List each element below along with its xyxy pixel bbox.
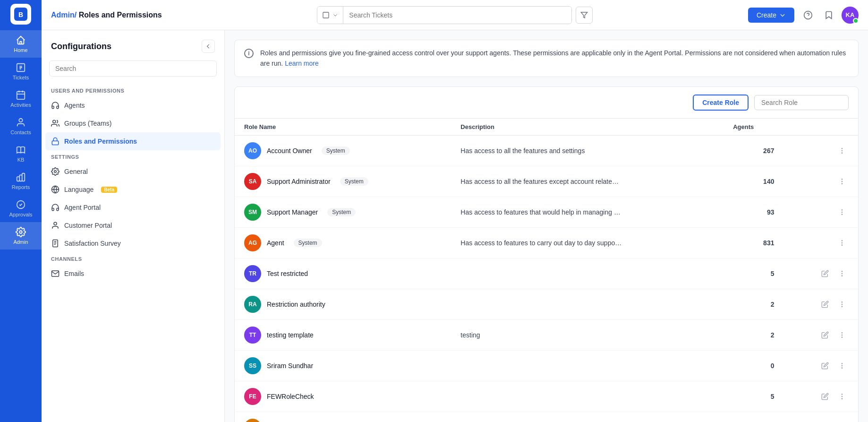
table-row: SA Support Administrator System Has acce… bbox=[235, 166, 858, 197]
svg-text:B: B bbox=[18, 11, 23, 18]
breadcrumb-admin[interactable]: Admin/ bbox=[51, 11, 77, 19]
groups-icon bbox=[51, 119, 60, 128]
svg-point-30 bbox=[842, 301, 842, 302]
col-header-agents: Agents bbox=[723, 119, 783, 136]
role-description bbox=[451, 381, 723, 412]
svg-point-34 bbox=[842, 335, 842, 335]
search-role-input[interactable] bbox=[754, 95, 849, 110]
svg-point-33 bbox=[842, 332, 842, 333]
search-type-selector[interactable] bbox=[317, 7, 343, 24]
role-agents-count: 0 bbox=[723, 350, 783, 381]
table-row: AO Account Owner System Has access to al… bbox=[235, 135, 858, 166]
app-logo[interactable]: B bbox=[10, 4, 31, 25]
more-menu-icon[interactable] bbox=[835, 359, 849, 372]
section-users-permissions: USERS AND PERMISSIONS bbox=[42, 84, 224, 96]
more-menu-icon[interactable] bbox=[835, 175, 849, 188]
table-row: FE FEWRoleCheck 5 bbox=[235, 381, 858, 412]
role-name-cell: TT testing template bbox=[244, 327, 442, 344]
collapse-button[interactable] bbox=[202, 40, 215, 53]
sidebar-label-groups: Groups (Teams) bbox=[64, 120, 111, 127]
svg-point-39 bbox=[842, 394, 842, 394]
svg-point-31 bbox=[842, 304, 842, 304]
table-row: SS Sriram Sundhar 0 bbox=[235, 350, 858, 381]
nav-item-kb[interactable]: KB bbox=[0, 140, 42, 167]
edit-icon[interactable] bbox=[818, 328, 832, 342]
edit-icon[interactable] bbox=[818, 267, 832, 280]
nav-item-approvals[interactable]: Approvals bbox=[0, 195, 42, 222]
more-menu-icon[interactable] bbox=[835, 267, 849, 280]
create-role-button[interactable]: Create Role bbox=[693, 95, 749, 111]
role-description bbox=[451, 412, 723, 422]
role-description: Has access to features that would help i… bbox=[451, 197, 723, 227]
sidebar-item-groups[interactable]: Groups (Teams) bbox=[42, 114, 224, 132]
bookmark-button[interactable] bbox=[821, 7, 837, 23]
nav-item-home[interactable]: Home bbox=[0, 30, 42, 58]
sidebar-label-general: General bbox=[64, 168, 88, 175]
nav-label-tickets: Tickets bbox=[13, 75, 29, 80]
sidebar-item-emails[interactable]: Emails bbox=[42, 265, 224, 283]
nav-label-kb: KB bbox=[17, 157, 25, 163]
sidebar-item-general[interactable]: General bbox=[42, 163, 224, 181]
email-icon bbox=[51, 269, 60, 278]
edit-icon[interactable] bbox=[818, 390, 832, 403]
user-avatar[interactable]: KA bbox=[842, 7, 859, 24]
role-agents-count: 140 bbox=[723, 166, 783, 197]
svg-point-15 bbox=[842, 148, 842, 148]
edit-icon[interactable] bbox=[818, 298, 832, 311]
info-text: Roles and permissions give you fine-grai… bbox=[260, 48, 849, 69]
edit-icon[interactable] bbox=[818, 359, 832, 372]
more-menu-icon[interactable] bbox=[835, 298, 849, 311]
more-menu-icon[interactable] bbox=[835, 390, 849, 403]
role-agents-count: 267 bbox=[723, 135, 783, 166]
role-name-cell: AO Account Owner System bbox=[244, 142, 442, 159]
nav-item-activities[interactable]: Activities bbox=[0, 85, 42, 112]
svg-rect-6 bbox=[323, 12, 329, 18]
more-menu-icon[interactable] bbox=[835, 206, 849, 219]
nav-label-activities: Activities bbox=[10, 102, 31, 108]
svg-point-21 bbox=[842, 209, 842, 210]
col-header-role-name: Role Name bbox=[235, 119, 451, 136]
sidebar-item-satisfaction[interactable]: Satisfaction Survey bbox=[42, 234, 224, 252]
svg-point-27 bbox=[842, 271, 842, 271]
icon-sidebar: B Home Tickets Activities Contacts bbox=[0, 0, 42, 422]
role-avatar: SA bbox=[244, 173, 261, 190]
role-name-cell: FE FEWRoleCheck bbox=[244, 388, 442, 405]
sidebar-item-language[interactable]: Language Beta bbox=[42, 181, 224, 198]
table-row: RA Restriction authority 2 bbox=[235, 289, 858, 319]
sidebar-item-customer-portal[interactable]: Customer Portal bbox=[42, 216, 224, 234]
more-menu-icon[interactable] bbox=[835, 144, 849, 157]
header-icons: KA bbox=[800, 7, 859, 24]
role-agents-count: 5 bbox=[723, 258, 783, 289]
search-tickets-input[interactable] bbox=[343, 7, 571, 24]
sidebar-item-agents[interactable]: Agents bbox=[42, 96, 224, 114]
search-tickets-wrap bbox=[317, 6, 572, 24]
svg-point-8 bbox=[53, 120, 56, 123]
more-menu-icon[interactable] bbox=[835, 328, 849, 342]
sidebar-label-emails: Emails bbox=[64, 270, 84, 277]
role-agents-count: 5 bbox=[723, 381, 783, 412]
create-button[interactable]: Create bbox=[748, 8, 794, 23]
filter-button[interactable] bbox=[576, 7, 593, 24]
nav-item-tickets[interactable]: Tickets bbox=[0, 58, 42, 85]
nav-item-admin[interactable]: Admin bbox=[0, 222, 42, 250]
learn-more-link[interactable]: Learn more bbox=[285, 60, 319, 67]
breadcrumb-page: Roles and Permissions bbox=[77, 11, 162, 19]
sidebar-item-roles[interactable]: Roles and Permissions bbox=[45, 132, 221, 150]
online-badge bbox=[853, 18, 859, 24]
svg-point-37 bbox=[842, 365, 842, 366]
svg-point-16 bbox=[842, 150, 842, 151]
config-search-input[interactable] bbox=[49, 60, 217, 77]
sidebar-item-agent-portal[interactable]: Agent Portal bbox=[42, 198, 224, 216]
nav-item-contacts[interactable]: Contacts bbox=[0, 112, 42, 140]
role-avatar: RA bbox=[244, 296, 261, 313]
role-description: Has access to all the features except ac… bbox=[451, 166, 723, 197]
system-badge: System bbox=[340, 177, 368, 186]
svg-rect-9 bbox=[52, 141, 59, 145]
sidebar-label-customer-portal: Customer Portal bbox=[64, 222, 112, 229]
help-button[interactable] bbox=[800, 7, 816, 23]
more-menu-icon[interactable] bbox=[835, 236, 849, 250]
nav-label-admin: Admin bbox=[13, 239, 28, 245]
svg-point-32 bbox=[842, 306, 842, 307]
nav-item-reports[interactable]: Reports bbox=[0, 167, 42, 195]
nav-label-approvals: Approvals bbox=[9, 212, 33, 217]
